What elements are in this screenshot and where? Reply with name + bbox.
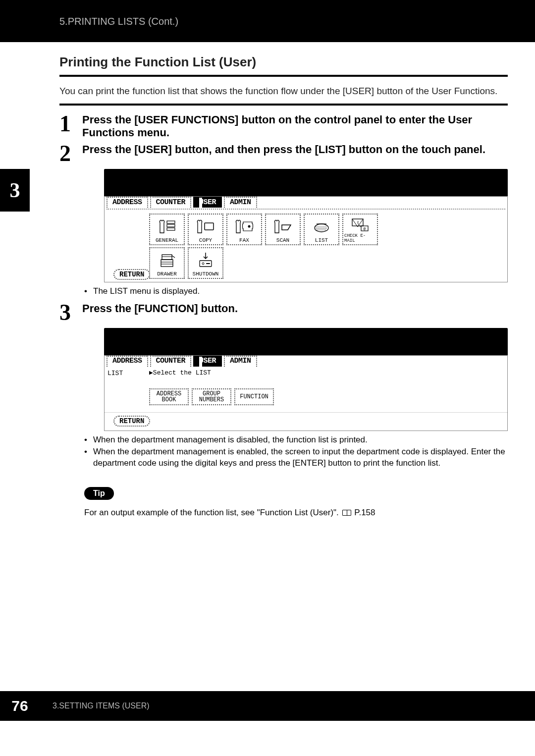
check-email-button[interactable]: @ CHECK E-MAIL: [342, 214, 378, 245]
drawer-icon: [157, 249, 177, 271]
button-label-line1: GROUP: [203, 391, 220, 397]
address-book-button[interactable]: ADDRESS BOOK: [149, 388, 189, 405]
intro-text: You can print the function list that sho…: [59, 86, 508, 97]
panel2-left-label: LIST: [107, 369, 149, 405]
step-number: 2: [59, 142, 82, 165]
group-numbers-button[interactable]: GROUP NUMBERS: [192, 388, 231, 405]
panel-top-strip: [104, 328, 508, 355]
shutdown-button[interactable]: SHUTDOWN: [188, 247, 223, 279]
tab-user[interactable]: USER: [193, 197, 222, 208]
button-label: FAX: [239, 237, 249, 243]
tab-address[interactable]: ADDRESS: [107, 356, 148, 367]
panel1-tabs: ADDRESS COUNTER USER ADMIN: [105, 197, 507, 208]
panel-top-strip: [104, 169, 508, 196]
general-icon: [157, 216, 177, 237]
button-label-line2: NUMBERS: [199, 397, 224, 403]
panel1-buttons-row1: GENERAL COPY FAX: [105, 211, 507, 247]
section-heading: Printing the Function List (User): [59, 54, 508, 70]
function-button[interactable]: FUNCTION: [234, 388, 274, 405]
tab-counter[interactable]: COUNTER: [150, 356, 192, 367]
button-label-line1: ADDRESS: [157, 391, 181, 397]
list-icon: [312, 216, 331, 237]
svg-point-12: [202, 263, 204, 265]
step-2: 2 Press the [USER] button, and then pres…: [59, 142, 508, 165]
svg-rect-2: [167, 228, 175, 230]
drawer-button[interactable]: DRAWER: [149, 247, 185, 279]
tab-address[interactable]: ADDRESS: [107, 197, 148, 208]
panel-divider: [107, 209, 505, 210]
step-text: Press the [USER FUNCTIONS] button on the…: [82, 112, 508, 139]
svg-rect-9: [162, 255, 172, 260]
button-label-line2: BOOK: [162, 397, 176, 403]
list-button[interactable]: LIST: [304, 214, 339, 245]
button-label: DRAWER: [157, 271, 177, 277]
step-text: Press the [USER] button, and then press …: [82, 142, 508, 156]
svg-point-4: [248, 225, 251, 228]
touch-panel-1: ADDRESS COUNTER USER ADMIN GENERAL COP: [104, 169, 508, 282]
copy-button[interactable]: COPY: [188, 214, 223, 245]
tab-counter[interactable]: COUNTER: [150, 197, 192, 208]
step-1: 1 Press the [USER FUNCTIONS] button on t…: [59, 112, 508, 139]
note-item: When the department management is disabl…: [84, 434, 508, 446]
tip-page-ref: P.158: [354, 508, 375, 517]
button-label: GENERAL: [156, 237, 178, 243]
step-3: 3 Press the [FUNCTION] button.: [59, 301, 508, 324]
panel2-tabs: ADDRESS COUNTER USER ADMIN: [105, 356, 507, 367]
step-number: 3: [59, 301, 82, 324]
fax-button[interactable]: FAX: [226, 214, 262, 245]
tip-text-prefix: For an output example of the function li…: [84, 508, 341, 517]
footer-page-number: 76: [0, 698, 40, 714]
tip-text: For an output example of the function li…: [84, 508, 508, 518]
breadcrumb: 5.PRINTING LISTS (Cont.): [59, 16, 178, 27]
after-panel1-notes: The LIST menu is displayed.: [84, 285, 508, 297]
copy-icon: [196, 216, 215, 237]
button-label: SHUTDOWN: [193, 271, 219, 277]
button-label: SCAN: [276, 237, 289, 243]
svg-rect-1: [167, 224, 175, 227]
check-email-icon: @: [350, 216, 370, 233]
note-item: The LIST menu is displayed.: [84, 285, 508, 297]
return-button[interactable]: RETURN: [113, 416, 150, 427]
tab-admin[interactable]: ADMIN: [224, 197, 257, 208]
fax-icon: [234, 216, 254, 237]
header-bar: 5.PRINTING LISTS (Cont.): [0, 0, 535, 42]
panel1-buttons-row2: DRAWER SHUTDOWN: [149, 247, 226, 282]
note-item: When the department management is enable…: [84, 446, 508, 470]
svg-text:@: @: [364, 226, 366, 231]
button-label: LIST: [315, 237, 328, 243]
button-label: COPY: [199, 237, 212, 243]
return-button[interactable]: RETURN: [113, 269, 150, 280]
tab-user[interactable]: USER: [193, 356, 222, 367]
general-button[interactable]: GENERAL: [149, 214, 185, 245]
button-label-line1: FUNCTION: [240, 394, 268, 400]
scan-icon: [273, 216, 293, 237]
tab-admin[interactable]: ADMIN: [224, 356, 257, 367]
svg-rect-3: [205, 223, 214, 230]
step-text: Press the [FUNCTION] button.: [82, 301, 508, 315]
chapter-tab: 3: [0, 169, 30, 212]
intro-rule: [59, 104, 508, 106]
tip-badge: Tip: [84, 487, 114, 500]
page-body: Printing the Function List (User) You ca…: [0, 42, 535, 518]
touch-panel-2: ADDRESS COUNTER USER ADMIN LIST ▶Select …: [104, 328, 508, 431]
svg-rect-0: [167, 221, 175, 223]
after-panel2-notes: When the department management is disabl…: [84, 434, 508, 469]
step-number: 1: [59, 112, 82, 135]
book-icon: [342, 510, 351, 516]
heading-rule: [59, 75, 508, 77]
svg-point-5: [315, 224, 328, 232]
panel2-buttons: ADDRESS BOOK GROUP NUMBERS FUNCTION: [149, 388, 504, 405]
footer-bar: 76 3.SETTING ITEMS (USER): [0, 691, 535, 721]
svg-rect-10: [161, 260, 173, 267]
button-label: CHECK E-MAIL: [344, 233, 376, 243]
scan-button[interactable]: SCAN: [265, 214, 301, 245]
panel2-prompt: ▶Select the LIST: [149, 369, 504, 377]
shutdown-icon: [196, 249, 215, 271]
footer-text: 3.SETTING ITEMS (USER): [53, 702, 150, 710]
